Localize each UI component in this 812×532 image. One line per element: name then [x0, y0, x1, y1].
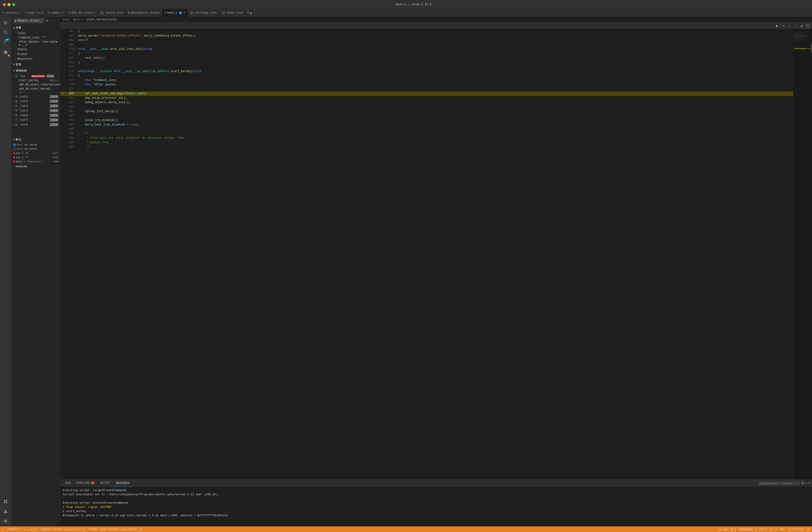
bp-mainc-880[interactable]: main.c /home/zsx/... 880 [11, 160, 60, 164]
search-icon[interactable] [1, 28, 10, 37]
thread-4[interactable]: › 4: tid=4 已暂停 [11, 104, 60, 108]
bp-cpp-throw[interactable]: ✓ C++: on throw [11, 143, 60, 147]
bp-cpp-catch[interactable]: C++: on catch [11, 147, 60, 151]
panel-tabs: 终端 PROBLEMS 3 OUTPUT 调试控制台 ☰ ∧ × [60, 480, 812, 487]
status-os[interactable]: Mac [780, 528, 785, 531]
stop-button[interactable]: ⬛ [805, 23, 810, 28]
status-line-col[interactable]: 行 880，列 1 [719, 528, 736, 531]
status-errors[interactable]: ✕ 3 △ 0 [28, 528, 37, 531]
checkbox-unchecked[interactable] [13, 148, 16, 150]
sidebar-scroll[interactable]: ∨ 变量 › Local command_line: "" after_dash… [11, 25, 60, 527]
source-control-icon[interactable]: 5K [1, 38, 10, 47]
at-icon: @ [128, 11, 130, 15]
breakpoints-section[interactable]: ∨ 断点 [11, 136, 60, 143]
status-error-icon[interactable]: ✕ [2, 528, 3, 531]
thread-2[interactable]: › 2: tid=2 已暂停 [11, 94, 60, 99]
thread-7[interactable]: › 7: tid=7 已暂停 [11, 118, 60, 123]
status-prettier[interactable]: ✨ Prettier [787, 528, 804, 531]
tab-debug-console[interactable]: 调试控制台 [113, 480, 133, 487]
debug-icon[interactable]: 1 [1, 47, 10, 57]
status-line-ending[interactable]: LF [770, 528, 773, 531]
prettier-icon: ✨ [787, 528, 791, 531]
status-format[interactable]: Format: auto Disasm: auto Deref: on [88, 528, 142, 531]
thread-8[interactable]: › 8: tid=8 已暂停 [11, 123, 60, 127]
status-encoding[interactable]: UTF-8 [759, 528, 767, 531]
tab-problems[interactable]: PROBLEMS 3 [73, 480, 97, 487]
more-options-icon[interactable]: ··· [49, 19, 54, 23]
continue-button[interactable]: ▶ [774, 23, 780, 28]
thread-3[interactable]: › 3: tid=3 已暂停 [11, 99, 60, 104]
status-language[interactable]: C [776, 528, 778, 531]
minimap-scrollbar[interactable] [811, 43, 812, 53]
tab-commit[interactable]: C commit.c [46, 9, 67, 17]
bp-aio-1920[interactable]: aio.c fs 1920 [11, 155, 60, 160]
accounts-icon[interactable] [1, 507, 10, 516]
tab-close-icon[interactable]: × [184, 11, 186, 15]
tab-mainc[interactable]: C main.c 3 × [162, 9, 188, 17]
c-file-icon: C [69, 12, 71, 14]
thread-5[interactable]: › 5: tid=5 已暂停 [11, 108, 60, 113]
status-bell-icon[interactable]: 🔔 [807, 528, 810, 531]
registers-section[interactable]: › Registers [11, 57, 60, 61]
tab-terminal[interactable]: 终端 [62, 480, 73, 487]
tab-label: @exception_stacks [131, 11, 159, 15]
status-tab-size[interactable]: 制表符长度: 4 [739, 528, 757, 531]
thread-6[interactable]: › 6: tid=6 已暂停 [11, 113, 60, 118]
step-out-button[interactable]: ↑ [793, 23, 798, 28]
play-icon[interactable]: ▶ [250, 11, 252, 15]
command-line-var[interactable]: command_line: "" [11, 35, 60, 40]
frame-x86-start-kernel[interactable]: x86_64_start_kernel h... [11, 87, 60, 94]
code-line-867: 867 early_param("randomize_kstack_offset… [60, 34, 793, 38]
tab-settings[interactable]: {} settings.json [188, 9, 219, 17]
tab-blkmq[interactable]: C blk-mq-sched.c [67, 9, 98, 17]
call-stack-section[interactable]: ∨ 调用堆栈 [11, 68, 60, 74]
frame-start-kernel[interactable]: start_kernel main.c [11, 78, 60, 83]
breadcrumb-function[interactable]: start_kernel(void) [87, 18, 117, 21]
close-button[interactable] [3, 3, 6, 6]
code-line-890: 890 * Interrupts are still disabled. Do … [60, 136, 793, 140]
tab-journal[interactable]: C journal.c [0, 9, 23, 17]
static-section[interactable]: › Static [11, 47, 60, 52]
main-area: 5K 1 ▶ Remote attach ⌄ ⚙ ··· [0, 17, 812, 527]
variables-section[interactable]: ∨ 变量 [11, 25, 60, 31]
tab-launch[interactable]: {} launch.json [98, 9, 126, 17]
more-icon[interactable]: ··· [253, 11, 258, 15]
tab-tasks[interactable]: {} tasks.json [219, 9, 246, 17]
extensions-icon[interactable] [1, 497, 10, 506]
frame-x86-start-reservations[interactable]: x86_64_start_reservations [11, 83, 60, 87]
settings-icon[interactable] [1, 517, 10, 526]
remote-attach-button[interactable]: ▶ Remote attach ⌄ [13, 18, 44, 24]
status-sync-icon[interactable]: ↻ [24, 528, 26, 531]
chevron-up-icon[interactable]: ∧ [805, 481, 807, 485]
tab-exception[interactable]: @ @exception_stacks [126, 9, 162, 17]
breadcrumb-mainc[interactable]: main.c [73, 18, 83, 21]
status-git-branch[interactable]: ⎇ master* [6, 528, 21, 531]
status-remote[interactable]: ⚡ Remote attach (linux-5.13.8) [40, 528, 86, 531]
modules-section[interactable]: › MODULES [11, 164, 60, 169]
chevron-right-icon: › [13, 119, 14, 121]
tab-output[interactable]: OUTPUT [97, 480, 113, 487]
local-section[interactable]: › Local [11, 31, 60, 35]
tab-pageio[interactable]: C page-io.c [23, 9, 45, 17]
restart-button[interactable]: ↺ [799, 23, 804, 28]
step-over-button[interactable]: ↷ [781, 23, 786, 28]
breadcrumb-init[interactable]: init [63, 18, 70, 21]
step-into-button[interactable]: ↓ [787, 23, 792, 28]
maximize-button[interactable] [12, 3, 15, 6]
list-view-icon[interactable]: ☰ [801, 481, 804, 485]
code-line-882: 882 debug_objects_early_init(); [60, 100, 793, 105]
watch-section[interactable]: ∨ 监视 [11, 61, 60, 68]
bp-aio-1577[interactable]: aio.c fs 1577 [11, 151, 60, 155]
global-section[interactable]: › Global [11, 52, 60, 57]
gear-icon[interactable]: ⚙ [46, 19, 48, 23]
explorer-icon[interactable] [1, 18, 10, 27]
thread-1[interactable]: › 1: tid... BREAKPOINT 已暂停 [11, 74, 60, 78]
panel-filter-input[interactable] [758, 481, 800, 485]
panel-actions: ☰ ∧ × [758, 481, 810, 486]
after-dashes-var[interactable]: after_dashes: <variable n...> [11, 40, 60, 47]
minimize-button[interactable] [8, 3, 11, 6]
window-title: main.c — linux-5.13.8 [18, 3, 809, 6]
checkbox-checked[interactable]: ✓ [13, 143, 16, 146]
code-editor[interactable]: 866 } 867 early_param("randomize_kstack_… [60, 29, 793, 479]
close-panel-icon[interactable]: × [808, 481, 810, 486]
